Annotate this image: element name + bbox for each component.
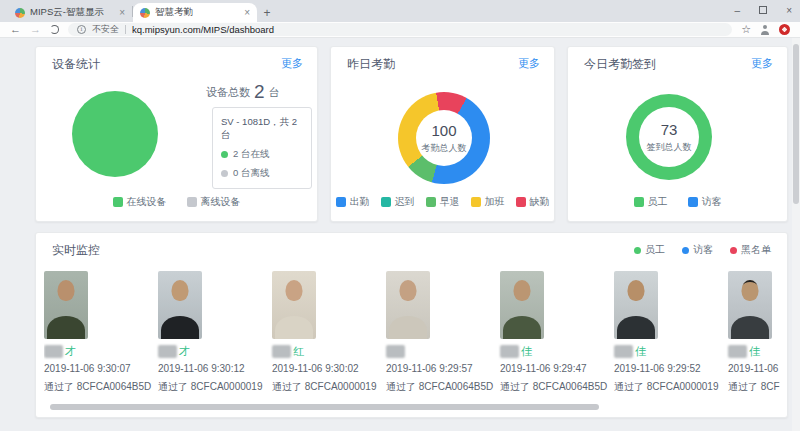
favicon-icon bbox=[15, 8, 25, 18]
card-title: 昨日考勤 bbox=[347, 56, 395, 73]
legend-swatch-icon bbox=[516, 197, 526, 207]
person-silhouette bbox=[389, 316, 427, 339]
reload-icon[interactable] bbox=[50, 25, 59, 34]
window-close-button[interactable]: × bbox=[786, 5, 792, 16]
legend-blacklist[interactable]: 黑名单 bbox=[730, 243, 771, 257]
legend-offline-devices[interactable]: 离线设备 bbox=[187, 195, 241, 209]
capture-time: 2019-11-06 9:29:52 bbox=[614, 363, 701, 374]
legend-employee[interactable]: 员工 bbox=[634, 243, 665, 257]
tab-title: 智慧考勤 bbox=[155, 6, 239, 19]
capture-device: 通过了 8CFCA0064B5D bbox=[44, 380, 151, 391]
legend-label: 迟到 bbox=[395, 195, 415, 209]
checkin-total-label: 签到总人数 bbox=[647, 141, 692, 154]
legend-absent[interactable]: 缺勤 bbox=[516, 195, 550, 209]
card-title: 设备统计 bbox=[52, 56, 100, 73]
new-tab-button[interactable]: + bbox=[257, 3, 277, 22]
offline-dot-icon bbox=[221, 170, 228, 177]
capture-list: 才 2019-11-06 9:30:07 通过了 8CFCA0064B5D 才 … bbox=[44, 271, 781, 391]
device-total: 设备总数 2 台 bbox=[206, 83, 280, 100]
legend-label: 员工 bbox=[645, 243, 665, 257]
person-silhouette bbox=[286, 280, 303, 301]
capture-time: 2019-11-06 9:2 bbox=[728, 363, 781, 374]
legend-visitor[interactable]: 访客 bbox=[682, 243, 713, 257]
capture-device: 通过了 8CF bbox=[728, 380, 780, 391]
legend-present[interactable]: 出勤 bbox=[336, 195, 370, 209]
legend-label: 加班 bbox=[485, 195, 505, 209]
favicon-icon bbox=[140, 8, 150, 18]
window-maximize-button[interactable] bbox=[759, 6, 767, 14]
person-silhouette bbox=[275, 316, 313, 339]
legend-dot-icon bbox=[682, 247, 689, 254]
legend-online-devices[interactable]: 在线设备 bbox=[113, 195, 167, 209]
capture-device: 通过了 8CFCA0000019 bbox=[272, 380, 377, 391]
person-name: 才 bbox=[158, 345, 190, 358]
capture-time: 2019-11-06 9:29:47 bbox=[500, 363, 587, 374]
capture-time: 2019-11-06 9:29:57 bbox=[386, 363, 473, 374]
more-link[interactable]: 更多 bbox=[518, 56, 540, 71]
name-redaction bbox=[158, 345, 177, 358]
device-stats-card: 设备统计 更多 设备总数 2 台 SV - 1081D，共 2 台 2 台在线 … bbox=[35, 46, 318, 222]
device-total-prefix: 设备总数 bbox=[206, 85, 250, 100]
person-name: 佳 bbox=[614, 345, 646, 358]
profile-avatar-icon[interactable] bbox=[760, 25, 770, 35]
more-link[interactable]: 更多 bbox=[281, 56, 303, 71]
yesterday-attendance-card: 昨日考勤 更多 100 考勤总人数 出勤 迟到 早退 加班 bbox=[330, 46, 555, 222]
checkin-total-value: 73 bbox=[661, 121, 678, 138]
legend-swatch-icon bbox=[187, 197, 197, 207]
person-silhouette bbox=[172, 280, 189, 301]
bookmark-star-icon[interactable]: ☆ bbox=[741, 23, 751, 36]
legend-overtime[interactable]: 加班 bbox=[471, 195, 505, 209]
attendance-total-label: 考勤总人数 bbox=[422, 142, 467, 155]
device-detail-box: SV - 1081D，共 2 台 2 台在线 0 台离线 bbox=[212, 107, 312, 189]
tab-mips-display[interactable]: MIPS云-智慧显示 × bbox=[8, 3, 132, 22]
name-redaction bbox=[500, 345, 519, 358]
legend-label: 在线设备 bbox=[127, 195, 167, 209]
capture-photo bbox=[272, 271, 316, 339]
vertical-scrollbar[interactable] bbox=[792, 38, 800, 431]
horizontal-scrollbar[interactable] bbox=[50, 404, 773, 410]
capture-photo bbox=[728, 271, 772, 339]
window-minimize-button[interactable]: – bbox=[735, 5, 741, 16]
browser-profile-icon[interactable] bbox=[779, 24, 790, 35]
vertical-scrollbar-thumb[interactable] bbox=[793, 44, 799, 204]
legend-label: 访客 bbox=[693, 243, 713, 257]
card-title: 实时监控 bbox=[52, 242, 100, 259]
capture-device: 通过了 8CFCA0000019 bbox=[158, 380, 263, 391]
legend-early-leave[interactable]: 早退 bbox=[426, 195, 460, 209]
capture-card: 才 2019-11-06 9:30:07 通过了 8CFCA0064B5D bbox=[44, 271, 158, 391]
address-bar[interactable]: i 不安全 kq.mipsyun.com/MIPS/dashboard bbox=[68, 23, 732, 36]
today-checkin-card: 今日考勤签到 更多 73 签到总人数 员工 访客 bbox=[567, 46, 788, 222]
back-icon[interactable]: ← bbox=[10, 24, 21, 35]
device-legend: 在线设备 离线设备 bbox=[44, 195, 309, 209]
capture-device: 通过了 8CFCA0000019 bbox=[614, 380, 719, 391]
capture-time: 2019-11-06 9:30:07 bbox=[44, 363, 131, 374]
online-count: 2 台在线 bbox=[233, 148, 269, 161]
legend-late[interactable]: 迟到 bbox=[381, 195, 415, 209]
legend-swatch-icon bbox=[634, 197, 644, 207]
legend-swatch-icon bbox=[688, 197, 698, 207]
forward-icon[interactable]: → bbox=[30, 24, 41, 35]
more-link[interactable]: 更多 bbox=[751, 56, 773, 71]
site-info-icon[interactable]: i bbox=[77, 25, 86, 34]
person-silhouette bbox=[731, 316, 769, 339]
capture-device: 通过了 8CFCA0064B5D bbox=[500, 380, 607, 391]
person-silhouette bbox=[514, 280, 531, 301]
name-redaction bbox=[44, 345, 63, 358]
legend-dot-icon bbox=[730, 247, 737, 254]
yesterday-donut-chart: 100 考勤总人数 bbox=[398, 92, 490, 184]
legend-swatch-icon bbox=[471, 197, 481, 207]
device-total-value: 2 bbox=[254, 83, 265, 100]
tab-smart-attendance[interactable]: 智慧考勤 × bbox=[133, 3, 257, 22]
tab-title: MIPS云-智慧显示 bbox=[30, 6, 114, 19]
legend-employee[interactable]: 员工 bbox=[634, 195, 668, 209]
capture-device: 通过了 8CFCA0064B5D bbox=[386, 380, 493, 391]
tab-close-icon[interactable]: × bbox=[119, 8, 125, 18]
legend-visitor[interactable]: 访客 bbox=[688, 195, 722, 209]
horizontal-scrollbar-thumb[interactable] bbox=[50, 404, 599, 410]
device-total-unit: 台 bbox=[269, 85, 280, 100]
capture-card: 2019-11-06 9:29:57 通过了 8CFCA0064B5D bbox=[386, 271, 500, 391]
tab-close-icon[interactable]: × bbox=[244, 8, 250, 18]
capture-card: 佳 2019-11-06 9:29:52 通过了 8CFCA0000019 bbox=[614, 271, 728, 391]
capture-photo bbox=[44, 271, 88, 339]
browser-tab-strip: MIPS云-智慧显示 × 智慧考勤 × + – × bbox=[0, 0, 800, 22]
